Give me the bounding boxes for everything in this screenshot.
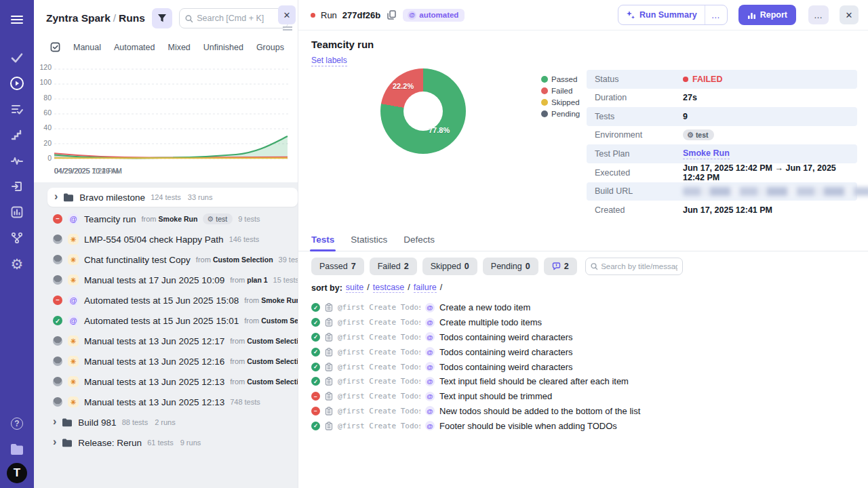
run-list-item[interactable]: Automated tests at 15 Jun 2025 15:01 fro… (34, 310, 298, 331)
folder-icon (62, 418, 73, 427)
run-list-item[interactable]: › Bravo milestone 124 tests 33 runs (47, 188, 298, 207)
runs-search[interactable] (179, 8, 288, 28)
close-panel-button[interactable]: ✕ (278, 5, 296, 24)
steps-icon[interactable] (0, 122, 34, 148)
run-summary-button[interactable]: Run Summary (618, 10, 705, 20)
filter-button[interactable] (152, 8, 172, 28)
test-row[interactable]: @first Create Todos... Todos containing … (311, 344, 861, 359)
sign-in-icon[interactable] (0, 174, 34, 199)
run-kind-icon (68, 356, 79, 367)
filter-chip[interactable]: 2 (544, 258, 577, 275)
automated-icon (425, 347, 435, 357)
search-icon (591, 262, 598, 270)
play-circle-icon[interactable] (0, 70, 34, 96)
filter-chip[interactable]: Passed 7 (311, 258, 364, 275)
more-actions-button[interactable]: … (808, 5, 829, 24)
run-list-item[interactable]: Manual tests at 17 Jun 2025 10:09 from p… (34, 270, 298, 290)
run-list-item[interactable]: › Build 981 88 tests 2 runs (34, 412, 298, 432)
report-button[interactable]: Report (738, 5, 796, 25)
select-all-icon[interactable] (50, 42, 60, 52)
run-filter-tab[interactable]: Mixed (167, 43, 190, 52)
run-name: Manual tests at 17 Jun 2025 10:09 (84, 275, 224, 285)
chevron-right-icon[interactable]: › (54, 191, 58, 202)
run-filter-tab[interactable]: Manual (73, 43, 101, 52)
test-row[interactable]: @first Create Todos... Text input should… (311, 389, 861, 404)
run-source: Custom Selection (247, 337, 298, 345)
detail-tab[interactable]: Tests (311, 235, 334, 251)
runs-list: › Bravo milestone 124 tests 33 runs Team… (34, 182, 298, 488)
filter-chip[interactable]: Skipped 0 (422, 258, 477, 275)
help-icon[interactable]: ? (0, 411, 34, 436)
test-row[interactable]: @first Create Todos... New todos should … (311, 404, 861, 419)
run-filter-tab[interactable]: Automated (114, 43, 155, 52)
list-check-icon[interactable] (0, 96, 34, 122)
tests-search[interactable] (585, 258, 683, 275)
run-kind-icon (68, 376, 79, 387)
run-status-icon (53, 275, 62, 285)
test-row[interactable]: @first Create Todos... Todos containing … (311, 330, 861, 345)
test-row[interactable]: @first Create Todos... Footer should be … (311, 418, 861, 433)
detail-tab[interactable]: Defects (403, 235, 435, 251)
test-row[interactable]: @first Create Todos... Todos containing … (311, 359, 861, 374)
chevron-right-icon[interactable]: › (53, 416, 56, 427)
run-list-item[interactable]: Automated tests at 15 Jun 2025 15:08 fro… (34, 290, 298, 310)
user-logo[interactable]: T (0, 462, 34, 488)
run-name: Manual tests at 13 Jun 2025 12:13 (84, 397, 224, 407)
detail-label: Status (595, 75, 683, 84)
test-status-icon (311, 407, 320, 415)
automated-icon (425, 392, 435, 401)
test-status-icon (311, 303, 320, 312)
gear-icon[interactable]: ⚙ (0, 251, 34, 277)
branch-icon[interactable] (0, 225, 34, 251)
detail-label: Test Plan (595, 149, 683, 159)
test-status-icon (311, 348, 320, 357)
run-list-item[interactable]: Manual tests at 13 Jun 2025 12:16 from C… (34, 351, 298, 371)
tests-search-input[interactable] (601, 262, 677, 270)
test-row[interactable]: @first Create Todos... Create a new todo… (311, 300, 861, 315)
sort-option-link[interactable]: failure (414, 283, 437, 293)
clipboard-icon (325, 333, 333, 342)
area-chart-canvas (54, 64, 289, 165)
detail-tab[interactable]: Statistics (351, 235, 387, 251)
test-plan-link[interactable]: Smoke Run (683, 148, 730, 159)
automated-icon (425, 362, 435, 371)
filter-chip[interactable]: Failed 2 (370, 258, 417, 275)
run-list-item[interactable]: Manual tests at 13 Jun 2025 12:17 from C… (34, 331, 298, 351)
sort-option-link[interactable]: testcase (373, 283, 405, 293)
search-input[interactable] (197, 14, 282, 23)
check-icon[interactable] (0, 45, 34, 70)
clipboard-icon (325, 363, 333, 371)
set-labels-link[interactable]: Set labels (311, 56, 347, 66)
run-filter-tab[interactable]: Groups (256, 43, 284, 52)
run-kind-icon (68, 214, 79, 224)
chart-x-axis: 04/29/2025 10:29 AM04/29/2025 10:40 AM04… (54, 166, 288, 177)
run-name: Bravo milestone (79, 192, 145, 203)
run-list-item[interactable]: Manual tests at 13 Jun 2025 12:13 from C… (34, 371, 298, 392)
run-list-item[interactable]: Teamcity run from Smoke Run ⚙test 9 test… (34, 209, 298, 229)
run-summary-more-button[interactable]: … (705, 5, 727, 24)
panel-resize-handle[interactable] (283, 26, 292, 30)
run-list-item[interactable]: Manual tests at 13 Jun 2025 12:13 748 te… (34, 392, 298, 412)
detail-row: Executed Jun 17, 2025 12:42 PM → Jun 17,… (587, 163, 857, 182)
close-run-button[interactable]: ✕ (840, 5, 859, 24)
run-list-item[interactable]: Chat functinality test Copy from Custom … (34, 249, 298, 270)
project-name[interactable]: Zyntra Spark (46, 12, 111, 24)
run-list-item[interactable]: LMP-554 05/04 check Happy Path 146 tests (34, 229, 298, 249)
copy-run-id-button[interactable] (386, 9, 397, 21)
sort-option-link[interactable]: suite (346, 283, 363, 293)
funnel-icon (157, 14, 167, 23)
run-filter-tab[interactable]: Unfinished (203, 43, 243, 52)
chevron-right-icon[interactable]: › (53, 436, 56, 447)
run-detail-header: Run 277df26b @automated Run Summary … Re… (298, 0, 868, 30)
test-row[interactable]: @first Create Todos... Create multiple t… (311, 315, 861, 330)
menu-icon[interactable] (0, 7, 34, 33)
page-title: Runs (119, 12, 145, 24)
filter-chip[interactable]: Pending 0 (483, 258, 538, 275)
test-row[interactable]: @first Create Todos... Text input field … (311, 374, 861, 389)
pulse-icon[interactable] (0, 148, 34, 174)
folder-icon[interactable] (0, 436, 34, 462)
build-url-redacted (683, 187, 868, 196)
bar-chart-icon[interactable] (0, 199, 34, 225)
run-list-item[interactable]: › Release: Rerun 61 tests 9 runs (34, 432, 298, 453)
run-status-icon (53, 357, 62, 366)
